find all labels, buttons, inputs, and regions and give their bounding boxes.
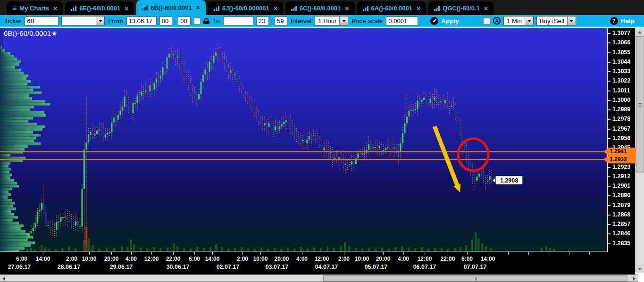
tab-6e-60-0-0001[interactable]: 6E()-60/0.0001× [65, 1, 134, 15]
scroll-up-button[interactable] [636, 28, 644, 36]
tab-6c-60-0-0001[interactable]: 6C()-60/0.0001× [285, 1, 355, 15]
time-tick-label: 4:00 [125, 256, 137, 262]
tab-my-charts[interactable]: ≡My Charts× [7, 1, 63, 15]
close-tab-icon[interactable]: × [345, 5, 349, 12]
time-tick-label: 12:00 [315, 256, 329, 262]
price-tick-label: 1.2890 [612, 192, 630, 199]
ticker-input[interactable] [25, 17, 59, 25]
price-tick-label: 1.2989 [612, 106, 630, 113]
price-tick [608, 186, 611, 187]
to-minute-input[interactable] [275, 17, 287, 25]
ticker-label: Ticker [4, 17, 21, 25]
symbol-select[interactable] [61, 16, 105, 25]
close-tab-icon[interactable]: × [417, 5, 420, 12]
time-tick-label: 2:00 [66, 256, 77, 262]
tab-6j-60-0-000001[interactable]: 6J()-60/0.000001× [208, 1, 283, 15]
vertical-scrollbar-thumb[interactable] [636, 36, 644, 173]
from-hour-input[interactable] [159, 17, 172, 25]
interval-select[interactable]: 1 Hour [315, 16, 348, 25]
to-time-colon: : [271, 17, 273, 25]
price-alert-line [0, 159, 608, 160]
interval-select-arrow[interactable] [339, 17, 348, 25]
range-lock-checkbox[interactable] [193, 17, 201, 25]
price-alert-tag: 1.2932 [603, 156, 636, 164]
price-tick-label: 1.3077 [612, 30, 630, 36]
time-tick [282, 252, 282, 255]
to-hour-input[interactable] [256, 17, 269, 25]
symbol-select-arrow[interactable] [96, 17, 104, 25]
scroll-right-button[interactable] [631, 275, 638, 282]
time-tick-label: 4:00 [296, 256, 308, 262]
time-tick-label: 10:00 [253, 256, 268, 262]
horizontal-scrollbar-thumb[interactable] [323, 275, 627, 282]
mini-interval-select[interactable]: 1 Min [503, 16, 534, 25]
time-tick [243, 252, 243, 255]
date-label: 03.07.17 [266, 264, 289, 270]
chevron-down-icon [99, 20, 102, 22]
price-tick [608, 224, 611, 225]
time-tick-label: 2:00 [237, 256, 248, 262]
time-tick-label: 20:00 [376, 256, 391, 262]
chart-bars-icon [71, 6, 76, 11]
time-tick [362, 252, 362, 255]
price-tick-label: 1.2912 [612, 173, 630, 180]
price-tick-label: 1.3055 [612, 49, 630, 56]
time-tick-label: 2:00 [338, 256, 350, 262]
time-tick [72, 252, 72, 255]
lock-icon [203, 18, 209, 24]
scroll-down-button[interactable] [636, 265, 644, 273]
time-tick [260, 252, 261, 255]
help-button-label: Help [621, 17, 635, 25]
time-tick [212, 252, 213, 255]
close-tab-icon[interactable]: × [196, 4, 200, 11]
chart-bars-icon [363, 6, 368, 11]
chart-background [0, 28, 608, 252]
time-axis: 6:0014:002:0010:0020:004:0012:0022:006:0… [0, 252, 635, 274]
time-tick [488, 252, 488, 255]
trade-mode-select[interactable]: Buy+Sell [536, 16, 576, 25]
trade-mode-arrow[interactable] [567, 17, 576, 25]
time-tick-label: 14:00 [481, 256, 495, 262]
tab-bar: ≡My Charts×6E()-60/0.0001×6B()-60/0.0001… [0, 0, 644, 15]
close-tab-icon[interactable]: × [125, 5, 128, 12]
time-tick [528, 252, 529, 255]
close-tab-icon[interactable]: × [274, 5, 277, 12]
tab-6b-60-0-0001[interactable]: 6B()-60/0.0001× [136, 0, 206, 15]
to-date-input[interactable] [223, 17, 253, 25]
time-tick [194, 252, 195, 255]
price-scale-label: Price scale [351, 17, 383, 25]
price-tick [608, 81, 611, 82]
mini-interval-arrow[interactable] [525, 17, 533, 25]
candlestick-chart: 1.2908 [0, 28, 608, 252]
close-tab-icon[interactable]: × [53, 5, 57, 12]
time-tick [151, 252, 152, 255]
chart-bars-icon [214, 6, 219, 11]
time-tick [569, 252, 569, 255]
from-date-input[interactable] [126, 17, 157, 25]
time-tick-label: 6:00 [16, 256, 27, 262]
time-tick-label: 12:00 [418, 256, 432, 262]
tab-qgc-60-0-1[interactable]: QGC()-60/0.1× [428, 1, 493, 15]
horizontal-scrollbar[interactable] [0, 274, 638, 282]
from-minute-input[interactable] [178, 17, 191, 25]
apply-button[interactable]: ✔ Apply [430, 17, 459, 25]
price-scale-input[interactable] [386, 17, 418, 25]
close-tab-icon[interactable]: × [484, 5, 488, 12]
price-tick-label: 1.3066 [612, 39, 630, 46]
price-tick [608, 129, 611, 130]
time-tick [302, 252, 302, 255]
date-label: 06.07.17 [413, 264, 436, 270]
price-alert-tag: 1.2941 [603, 148, 636, 156]
mini-interval-value: 1 Min [504, 17, 525, 25]
time-tick [425, 252, 425, 255]
time-tick [383, 252, 384, 255]
help-button[interactable]: ? Help [610, 17, 635, 25]
tab-6a-60-0-0001[interactable]: 6A()-60/0.0001× [357, 1, 427, 15]
vertical-scrollbar[interactable] [635, 28, 644, 273]
chart-toolbar: Ticker From : To : Interval 1 Hour Price… [0, 15, 644, 27]
chart-plot-area[interactable]: 1.2908 [0, 28, 608, 252]
arrow-up-icon [638, 31, 642, 33]
time-tick [467, 252, 468, 255]
auto-checkbox[interactable] [483, 17, 490, 25]
scroll-left-button[interactable] [0, 275, 7, 282]
